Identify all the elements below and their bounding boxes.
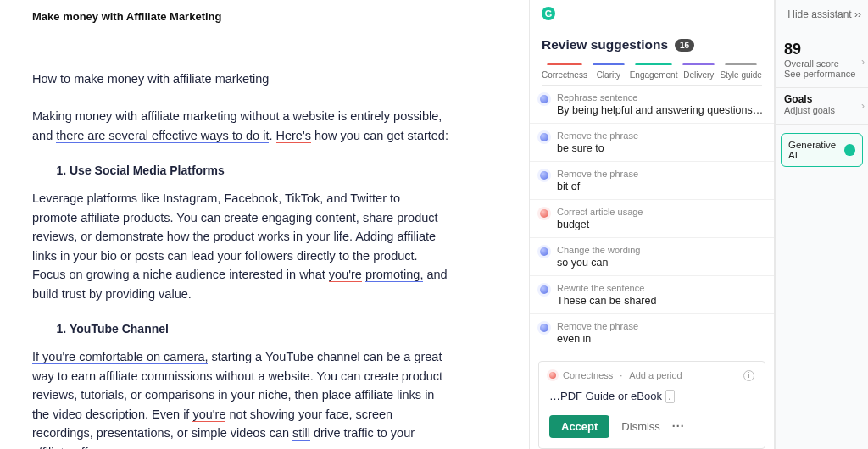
score-block[interactable]: 89 Overall score See performance › [776,36,868,88]
document-editor[interactable]: Make money with Affiliate Marketing How … [0,0,529,449]
more-options-icon[interactable]: ··· [672,419,685,433]
tab-engagement[interactable]: Engagement [630,63,678,85]
suggestion-list[interactable]: Rephrase sentence By being helpful and a… [530,86,774,450]
suggestion-count-badge: 16 [675,39,694,52]
diff-preview: …PDF Guide or eBook . [549,390,754,403]
clarity-dot-icon [540,133,548,141]
added-char: . [665,390,675,403]
clarity-dot-icon [540,285,548,294]
suggestion-item[interactable]: Remove the phrase be sure to [530,124,774,162]
tab-delivery[interactable]: Delivery [677,63,720,85]
clarity-underline[interactable]: there are several effective ways to do i… [56,129,269,143]
document-title: Make money with Affiliate Marketing [32,10,448,23]
clarity-underline[interactable]: lead your followers directly [191,249,336,263]
suggestion-item[interactable]: Rewrite the sentence These can be shared [530,276,774,314]
expanded-header: Correctness · Add a period i [549,370,754,381]
clarity-underline[interactable]: still [292,426,310,441]
tab-style[interactable]: Style guide [720,63,762,85]
clarity-underline[interactable]: promoting, [365,268,424,282]
suggestion-card-expanded[interactable]: Correctness · Add a period i …PDF Guide … [538,361,765,449]
lightbulb-icon [844,144,855,156]
suggestion-item[interactable]: Correct article usage budget [530,200,774,238]
paragraph-2: Leverage platforms like Instagram, Faceb… [32,189,448,303]
generative-ai-button[interactable]: Generative AI [781,133,863,167]
list-2: YouTube Channel [32,322,448,335]
list-item-youtube: YouTube Channel [70,322,448,335]
grammarly-logo-icon: G [542,7,555,20]
list-item-social: Use Social Media Platforms [70,164,448,177]
info-icon[interactable]: i [743,370,754,381]
clarity-underline[interactable]: If you're comfortable on camera, [32,350,208,364]
panel-title: Review suggestions 16 [542,37,762,53]
dismiss-button[interactable]: Dismiss [621,420,660,433]
correctness-underline[interactable]: Here's [276,129,311,143]
chevron-right-icon: › [858,8,861,20]
suggestion-item[interactable]: Remove the phrase even in [530,314,774,352]
correctness-dot-icon [549,372,556,379]
suggestion-item[interactable]: Rephrase sentence By being helpful and a… [530,86,774,124]
list-1: Use Social Media Platforms [32,164,448,177]
correctness-dot-icon [540,209,548,218]
correctness-underline[interactable]: you're [192,407,225,422]
tab-correctness[interactable]: Correctness [542,63,587,85]
clarity-dot-icon [540,171,548,180]
suggestion-item[interactable]: Remove the phrase bit of [530,162,774,200]
card-actions: Accept Dismiss ··· [549,415,754,438]
chevron-right-icon: › [861,56,865,68]
clarity-dot-icon [540,247,548,256]
correctness-underline[interactable]: you're [329,268,362,282]
paragraph-1: Making money with affiliate marketing wi… [32,107,448,145]
chevron-right-icon: › [861,100,865,112]
assistant-sidebar: Hide assistant ›› 89 Overall score See p… [775,0,868,449]
overall-score: 89 [784,41,861,58]
suggestion-item[interactable]: Change the wording so you can [530,238,774,276]
clarity-dot-icon [540,95,548,103]
goals-block[interactable]: Goals Adjust goals › [776,88,868,125]
hide-assistant-button[interactable]: Hide assistant ›› [776,0,868,36]
panel-header: G Review suggestions 16 Correctness Clar… [530,0,774,86]
paragraph-3: If you're comfortable on camera, startin… [32,347,448,449]
tab-clarity[interactable]: Clarity [587,63,630,85]
document-heading: How to make money with affiliate marketi… [32,69,448,88]
category-tabs: Correctness Clarity Engagement Delivery … [542,63,762,86]
suggestions-panel: G Review suggestions 16 Correctness Clar… [529,0,775,449]
accept-button[interactable]: Accept [549,415,609,438]
clarity-dot-icon [540,324,548,332]
